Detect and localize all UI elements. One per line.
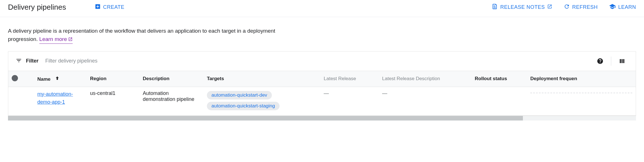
scrollbar-thumb[interactable] [8, 116, 523, 121]
view-column-icon [619, 58, 625, 65]
col-name[interactable]: Name [34, 71, 87, 87]
cell-description: Automation demonstration pipeline [139, 87, 203, 115]
col-name-label: Name [37, 76, 50, 82]
release-notes-button[interactable]: RELEASE NOTES [492, 3, 552, 11]
col-targets-label: Targets [207, 76, 224, 81]
cell-targets: automation-quickstart-dev automation-qui… [203, 87, 320, 115]
latest-release-desc-value: — [382, 90, 387, 96]
graduation-cap-icon [609, 3, 616, 11]
cell-rollout-status [471, 87, 527, 115]
header-actions-right: RELEASE NOTES REFRESH LEARN [492, 3, 636, 11]
col-region[interactable]: Region [87, 71, 139, 87]
page-title: Delivery pipelines [8, 3, 66, 12]
description-text: A delivery pipeline is a representation … [8, 27, 277, 44]
status-dot-icon [12, 75, 18, 81]
horizontal-scrollbar[interactable] [8, 116, 636, 121]
header-bar: Delivery pipelines CREATE RELEASE NOTES … [0, 0, 644, 17]
filter-label: Filter [26, 58, 38, 64]
table-row: my-automation-demo-app-1 us-central1 Aut… [8, 87, 636, 115]
col-rollout-status-label: Rollout status [475, 76, 507, 81]
target-chip[interactable]: automation-quickstart-staging [207, 102, 280, 110]
cell-region: us-central1 [87, 87, 139, 115]
cell-deployment-freq [527, 87, 636, 115]
cell-name: my-automation-demo-app-1 [34, 87, 87, 115]
col-description[interactable]: Description [139, 71, 203, 87]
arrow-up-icon [55, 76, 60, 82]
latest-release-value: — [324, 90, 329, 96]
description-block: A delivery pipeline is a representation … [0, 17, 285, 51]
refresh-label: REFRESH [572, 4, 598, 10]
create-button[interactable]: CREATE [95, 3, 125, 11]
column-chooser-button[interactable] [616, 55, 628, 67]
refresh-icon [564, 3, 570, 11]
learn-more-label: Learn more [39, 35, 67, 43]
filter-toolbar [594, 55, 628, 67]
col-latest-release-desc[interactable]: Latest Release Description [379, 71, 471, 87]
cell-latest-release: — [320, 87, 379, 115]
col-status [8, 71, 34, 87]
col-deployment-freq-label: Deployment frequen [530, 76, 577, 81]
refresh-button[interactable]: REFRESH [564, 3, 598, 11]
help-circle-icon [597, 58, 604, 65]
filter-input[interactable] [45, 58, 594, 64]
col-region-label: Region [90, 76, 107, 81]
create-label: CREATE [103, 4, 125, 10]
cell-latest-release-desc: — [379, 87, 471, 115]
pipeline-name-link[interactable]: my-automation-demo-app-1 [37, 91, 73, 105]
col-description-label: Description [143, 76, 170, 81]
pipelines-table: Name Region Description Targets Latest R… [8, 71, 636, 116]
col-latest-release-desc-label: Latest Release Description [382, 76, 440, 81]
freq-placeholder [530, 93, 632, 93]
header-actions-left: CREATE [95, 3, 125, 11]
col-targets[interactable]: Targets [203, 71, 320, 87]
col-deployment-freq[interactable]: Deployment frequen [527, 71, 636, 87]
col-latest-release[interactable]: Latest Release [320, 71, 379, 87]
help-button[interactable] [594, 55, 606, 67]
col-rollout-status[interactable]: Rollout status [471, 71, 527, 87]
target-chip[interactable]: automation-quickstart-dev [207, 91, 272, 99]
table-header-row: Name Region Description Targets Latest R… [8, 71, 636, 87]
plus-box-icon [95, 3, 101, 11]
learn-button[interactable]: LEARN [609, 3, 636, 11]
filter-bar: Filter [8, 51, 636, 71]
filter-list-icon [16, 57, 22, 65]
learn-more-link[interactable]: Learn more [39, 35, 73, 43]
learn-label: LEARN [618, 4, 636, 10]
cell-status [8, 87, 34, 115]
divider [611, 57, 611, 66]
table-container: Filter Name [8, 51, 636, 116]
notes-icon [492, 3, 498, 11]
external-link-icon [547, 4, 552, 11]
release-notes-label: RELEASE NOTES [500, 4, 545, 10]
col-latest-release-label: Latest Release [324, 76, 356, 81]
external-link-icon [68, 37, 73, 41]
